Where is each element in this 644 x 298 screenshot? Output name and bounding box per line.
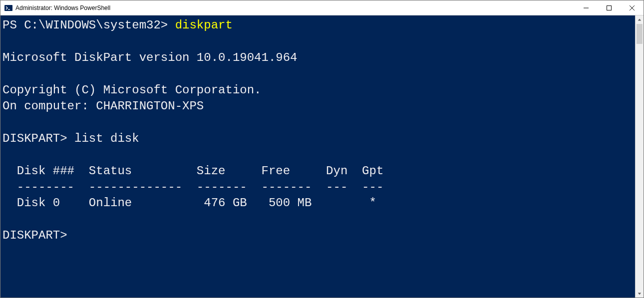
scroll-thumb[interactable] bbox=[637, 24, 643, 44]
window-title: Administrator: Windows PowerShell bbox=[15, 0, 110, 15]
titlebar[interactable]: Administrator: Windows PowerShell bbox=[0, 0, 644, 15]
scroll-down-button[interactable] bbox=[636, 289, 644, 298]
svg-rect-3 bbox=[607, 6, 612, 10]
ps-prompt: PS C:\WINDOWS\system32> bbox=[2, 18, 175, 32]
powershell-window: Administrator: Windows PowerShell PS C:\… bbox=[0, 0, 644, 298]
computer-line: On computer: CHARRINGTON-XPS bbox=[2, 99, 204, 113]
terminal-output[interactable]: PS C:\WINDOWS\system32> diskpart Microso… bbox=[0, 15, 635, 298]
diskpart-prompt-listdisk: DISKPART> list disk bbox=[2, 132, 139, 145]
close-button[interactable] bbox=[621, 0, 644, 15]
minimize-button[interactable] bbox=[575, 0, 598, 15]
command-diskpart: diskpart bbox=[175, 18, 233, 32]
diskpart-version: Microsoft DiskPart version 10.0.19041.96… bbox=[2, 51, 298, 64]
table-row: Disk 0 Online 476 GB 500 MB * bbox=[2, 196, 376, 210]
maximize-button[interactable] bbox=[598, 0, 621, 15]
powershell-icon bbox=[4, 4, 12, 12]
client-area: PS C:\WINDOWS\system32> diskpart Microso… bbox=[0, 15, 644, 298]
cursor bbox=[74, 229, 80, 242]
table-header: Disk ### Status Size Free Dyn Gpt bbox=[2, 164, 383, 178]
copyright-line: Copyright (C) Microsoft Corporation. bbox=[2, 83, 261, 97]
window-controls bbox=[575, 0, 644, 15]
scroll-up-button[interactable] bbox=[636, 15, 644, 24]
vertical-scrollbar[interactable] bbox=[635, 15, 644, 298]
diskpart-prompt: DISKPART> bbox=[2, 229, 74, 242]
scroll-track[interactable] bbox=[636, 24, 644, 289]
svg-rect-0 bbox=[4, 5, 12, 11]
table-divider: -------- ------------- ------- ------- -… bbox=[2, 180, 383, 194]
